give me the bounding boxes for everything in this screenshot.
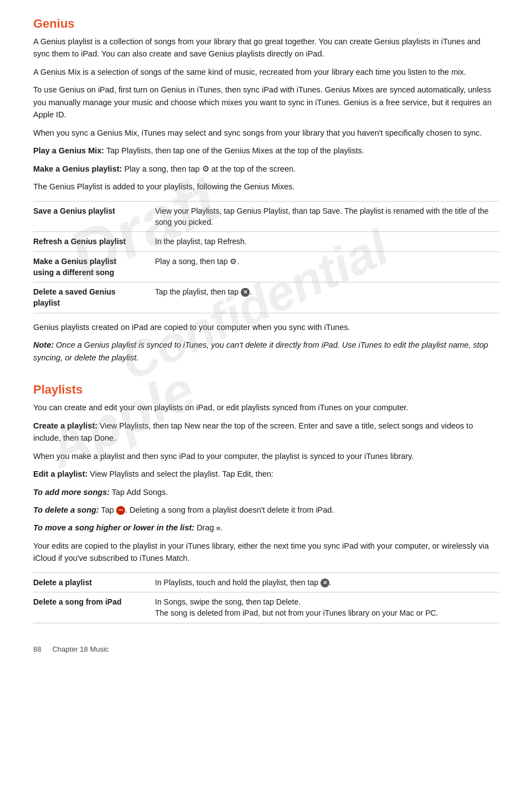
table-row: Delete a song from iPad In Songs, swipe … [33, 592, 499, 623]
genius-bold-item-1: Play a Genius Mix: Tap Playlists, then t… [33, 145, 499, 157]
move-song-label: To move a song higher or lower in the li… [33, 523, 194, 532]
genius-bold-label-1: Play a Genius Mix: [33, 146, 104, 155]
create-text: View Playlists, then tap New near the to… [33, 421, 473, 442]
playlists-edits-text: Your edits are copied to the playlist in… [33, 540, 499, 565]
table-cell-value: In Playlists, touch and hold the playlis… [149, 572, 499, 592]
x-circle-icon: ✕ [241, 288, 250, 297]
delete-song-line2: The song is deleted from iPad, but not f… [155, 607, 493, 618]
playlists-section: Playlists You can create and edit your o… [33, 383, 499, 623]
genius-bold-label-2: Make a Genius playlist: [33, 164, 122, 173]
playlists-heading: Playlists [33, 383, 499, 397]
chapter-label: Chapter 18 Music [52, 645, 109, 653]
table-row: Refresh a Genius playlist In the playlis… [33, 232, 499, 251]
table-cell-label: Make a Genius playlist using a different… [33, 251, 149, 282]
page-container: Draft Confidential Apple Genius A Genius… [0, 0, 532, 664]
genius-para-4: When you sync a Genius Mix, iTunes may s… [33, 127, 499, 139]
genius-table: Save a Genius playlist View your Playlis… [33, 201, 499, 313]
table-cell-label: Delete a playlist [33, 572, 149, 592]
note-text: Once a Genius playlist is synced to iTun… [33, 340, 488, 362]
minus-circle-icon: − [116, 506, 125, 515]
edit-text: View Playlists and select the playlist. … [87, 469, 273, 478]
table-row: Make a Genius playlist using a different… [33, 251, 499, 282]
genius-note: Note: Once a Genius playlist is synced t… [33, 339, 499, 364]
edit-item-move: To move a song higher or lower in the li… [33, 522, 499, 534]
table-cell-label: Save a Genius playlist [33, 201, 149, 232]
table-row: Delete a saved Genius playlist Tap the p… [33, 282, 499, 313]
table-cell-label: Delete a saved Genius playlist [33, 282, 149, 313]
genius-plain-text: The Genius Playlist is added to your pla… [33, 180, 499, 193]
table-row: Delete a playlist In Playlists, touch an… [33, 572, 499, 592]
edit-item-add: To add more songs: Tap Add Songs. [33, 486, 499, 498]
playlists-sync-text: When you make a playlist and then sync i… [33, 450, 499, 462]
section-spacer [33, 369, 499, 383]
edit-label: Edit a playlist: [33, 469, 87, 478]
playlists-table: Delete a playlist In Playlists, touch an… [33, 572, 499, 623]
genius-bold-item-2: Make a Genius playlist: Play a song, the… [33, 163, 499, 175]
add-songs-label: To add more songs: [33, 488, 110, 497]
table-cell-label: Delete a song from iPad [33, 592, 149, 623]
playlists-edit: Edit a playlist: View Playlists and sele… [33, 468, 499, 480]
playlists-create: Create a playlist: View Playlists, then … [33, 420, 499, 445]
table-cell-value: In Songs, swipe the song, then tap Delet… [149, 592, 499, 623]
table-cell-value: View your Playlists, tap Genius Playlist… [149, 201, 499, 232]
genius-after-table: Genius playlists created on iPad are cop… [33, 321, 499, 333]
genius-section: Genius A Genius playlist is a collection… [33, 17, 499, 364]
playlists-intro: You can create and edit your own playlis… [33, 401, 499, 414]
genius-para-1: A Genius playlist is a collection of son… [33, 35, 499, 60]
table-cell-label: Refresh a Genius playlist [33, 232, 149, 251]
delete-song-line1: In Songs, swipe the song, then tap Delet… [155, 596, 493, 607]
table-cell-value: Tap the playlist, then tap ✕. [149, 282, 499, 313]
add-songs-text: Tap Add Songs. [110, 488, 168, 497]
genius-heading: Genius [33, 17, 499, 31]
create-label: Create a playlist: [33, 421, 97, 430]
table-row: Save a Genius playlist View your Playlis… [33, 201, 499, 232]
table-cell-value: In the playlist, tap Refresh. [149, 232, 499, 251]
x-circle-icon-2: ✕ [321, 579, 329, 587]
page-number: 88 [33, 645, 41, 653]
genius-bold-text-1: Tap Playlists, then tap one of the Geniu… [104, 146, 364, 155]
genius-para-3: To use Genius on iPad, first turn on Gen… [33, 84, 499, 121]
delete-song-label: To delete a song: [33, 505, 99, 514]
drag-lines-icon: ≡ [216, 523, 221, 534]
genius-bold-text-2: Play a song, then tap ⚙ at the top of th… [122, 164, 296, 173]
edit-item-delete: To delete a song: Tap −. Deleting a song… [33, 504, 499, 516]
page-footer: 88 Chapter 18 Music [33, 645, 499, 653]
table-cell-value: Play a song, then tap ⚙. [149, 251, 499, 282]
note-label: Note: [33, 340, 54, 349]
genius-para-2: A Genius Mix is a selection of songs of … [33, 66, 499, 78]
